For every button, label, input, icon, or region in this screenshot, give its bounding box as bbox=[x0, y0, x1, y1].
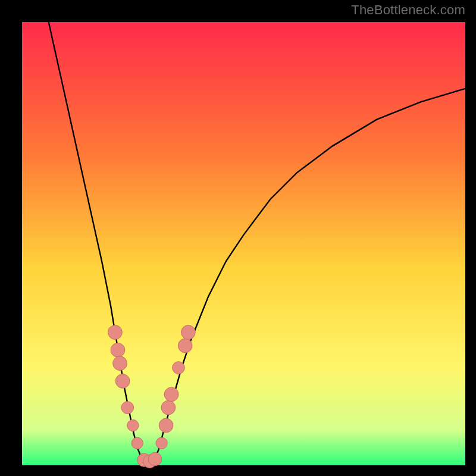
plot-area bbox=[22, 22, 465, 465]
curve-marker bbox=[161, 400, 176, 415]
curve-marker bbox=[113, 356, 127, 371]
watermark-text: TheBottleneck.com bbox=[351, 2, 465, 18]
curve-markers bbox=[108, 325, 196, 468]
chart-svg bbox=[22, 22, 465, 465]
curve-marker bbox=[131, 437, 143, 449]
curve-marker bbox=[181, 325, 196, 340]
chart-stage: TheBottleneck.com bbox=[0, 0, 476, 476]
curve-marker bbox=[108, 325, 123, 340]
curve-marker bbox=[178, 339, 192, 353]
curve-marker bbox=[156, 437, 167, 449]
curve-marker bbox=[111, 343, 125, 357]
curve-marker bbox=[159, 418, 173, 433]
curve-marker bbox=[115, 374, 130, 389]
curve-marker bbox=[127, 419, 139, 431]
curve-marker bbox=[164, 387, 178, 402]
bottleneck-curve bbox=[49, 22, 465, 462]
curve-marker bbox=[173, 362, 185, 374]
curve-marker bbox=[148, 452, 161, 465]
curve-marker bbox=[121, 402, 134, 414]
